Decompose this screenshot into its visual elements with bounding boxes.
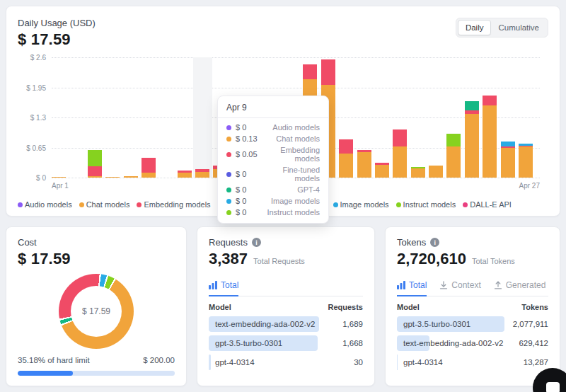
usage-bar[interactable]	[52, 177, 66, 178]
legend-item[interactable]: Embedding models	[137, 200, 210, 209]
legend-item[interactable]: DALL-E API	[463, 200, 512, 209]
table-row: text-embedding-ada-002-v21,689	[209, 316, 363, 332]
table-row: gpt-4-031430	[209, 354, 363, 370]
cost-donut-chart[interactable]: $ 17.59	[59, 274, 134, 349]
series-color-dot	[226, 125, 231, 130]
legend-label: Embedding models	[144, 200, 210, 209]
tooltip-series-label: Chat models	[264, 134, 320, 143]
x-axis-label-first: Apr 1	[52, 182, 69, 190]
donut-center-label: $ 17.59	[71, 286, 122, 337]
bar-segment-embedding	[303, 64, 317, 79]
usage-bar[interactable]	[357, 150, 371, 178]
bar-segment-chat	[142, 173, 156, 178]
table-row: gpt-3.5-turbo-03011,668	[209, 335, 363, 351]
usage-bar[interactable]	[483, 96, 497, 178]
tooltip-value: $ 0	[236, 170, 260, 178]
y-tick-label: $ 0.65	[26, 144, 46, 151]
column-model: Model	[397, 303, 420, 311]
bar-segment-embedding	[142, 158, 156, 173]
legend-color-dot	[79, 202, 84, 207]
usage-bar[interactable]	[519, 144, 533, 178]
hard-limit-row: 35.18% of hard limit $ 200.00	[18, 356, 175, 364]
chat-icon	[546, 382, 560, 392]
daily-usage-card: Daily Usage (USD) $ 17.59 Daily Cumulati…	[6, 6, 560, 217]
requests-title: Requests	[209, 237, 248, 248]
bar-segment-chat	[339, 154, 353, 178]
bar-segment-instruct	[446, 134, 461, 146]
tab-generated-label: Generated	[506, 280, 546, 290]
usage-bar[interactable]	[375, 163, 389, 178]
tokens-total: 2,720,610	[397, 250, 466, 268]
series-color-dot	[226, 199, 231, 204]
y-tick-label: $ 1.3	[30, 114, 46, 122]
info-icon[interactable]: i	[252, 238, 261, 247]
series-color-dot	[226, 188, 231, 192]
legend-item[interactable]: Image models	[333, 200, 389, 209]
usage-bar[interactable]	[393, 129, 407, 178]
bar-segment-chat	[519, 146, 533, 178]
model-value: 1,689	[319, 320, 363, 328]
usage-bar[interactable]	[88, 150, 102, 178]
cost-card: Cost $ 17.59 $ 17.59 35.18% of hard limi…	[6, 226, 187, 386]
usage-bar[interactable]	[411, 167, 425, 178]
tooltip-series-label: Image models	[264, 197, 320, 205]
model-value: 13,287	[504, 358, 548, 367]
legend-label: Audio models	[25, 200, 72, 209]
legend-item[interactable]: Chat models	[79, 200, 130, 209]
cost-amount: $ 17.59	[18, 250, 175, 268]
cumulative-toggle-button[interactable]: Cumulative	[491, 20, 546, 35]
bar-segment-chat	[178, 173, 192, 178]
model-value: 30	[319, 358, 363, 367]
usage-bar[interactable]	[142, 158, 156, 178]
series-color-dot	[226, 210, 231, 215]
requests-table-header: Model Requests	[209, 303, 363, 311]
tab-total-label: Total	[221, 280, 238, 290]
legend-label: DALL-E API	[470, 200, 512, 209]
model-name: gpt-3.5-turbo-0301	[209, 339, 282, 347]
tab-context[interactable]: Context	[439, 280, 480, 296]
legend-item[interactable]: Audio models	[18, 200, 72, 209]
requests-total: 3,387	[209, 250, 248, 268]
info-icon[interactable]: i	[430, 238, 439, 247]
usage-bar[interactable]	[178, 171, 192, 178]
tab-total[interactable]: Total	[397, 280, 427, 296]
series-color-dot	[226, 152, 231, 157]
requests-card: Requests i 3,387 Total Requests Total Mo…	[197, 226, 375, 386]
bar-segment-chat	[88, 176, 102, 178]
y-tick-label: $ 0	[36, 174, 46, 182]
usage-bar[interactable]	[339, 139, 353, 178]
tooltip-row: $ 0Audio models	[218, 122, 328, 133]
tooltip-value: $ 0.05	[236, 150, 260, 158]
legend-color-dot	[333, 202, 338, 207]
tooltip-row: $ 0Fine-tuned models	[218, 164, 328, 184]
tokens-title: Tokens	[397, 237, 426, 248]
daily-toggle-button[interactable]: Daily	[458, 20, 492, 35]
bar-segment-chat	[446, 146, 461, 178]
usage-bar[interactable]	[195, 169, 209, 178]
bar-segment-chat	[105, 177, 120, 178]
usage-bar[interactable]	[501, 142, 515, 178]
usage-bar[interactable]	[446, 134, 461, 178]
tooltip-row: $ 0Image models	[218, 195, 328, 207]
bar-segment-embedding	[88, 166, 102, 176]
bar-segment-chat	[124, 176, 138, 178]
column-tokens: Tokens	[521, 303, 548, 311]
column-model: Model	[209, 303, 231, 311]
column-requests: Requests	[328, 303, 363, 311]
tooltip-series-label: Fine-tuned models	[264, 166, 320, 183]
usage-bar[interactable]	[429, 166, 443, 178]
bar-segment-chat	[393, 146, 407, 178]
legend-label: Instruct models	[403, 200, 456, 209]
legend-label: Chat models	[86, 200, 130, 209]
usage-bar[interactable]	[105, 177, 120, 178]
y-tick-label: $ 1.95	[26, 83, 46, 91]
tab-generated[interactable]: Generated	[494, 280, 546, 296]
model-cell: gpt-4-0314	[397, 354, 504, 370]
usage-bar[interactable]	[124, 176, 138, 178]
usage-bar[interactable]	[465, 101, 479, 178]
legend-item[interactable]: Instruct models	[396, 200, 456, 209]
tab-total[interactable]: Total	[209, 280, 238, 296]
chart-tooltip: Apr 9 $ 0Audio models$ 0.13Chat models$ …	[217, 96, 329, 224]
bar-segment-embedding	[339, 139, 353, 154]
bar-segment-gpt4	[465, 101, 479, 110]
